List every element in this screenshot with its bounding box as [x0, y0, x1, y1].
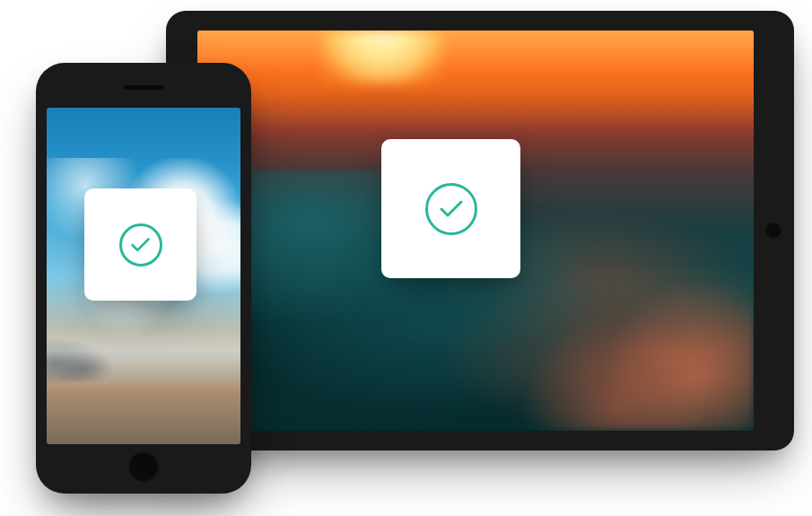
checkmark-icon	[130, 237, 151, 253]
phone-speaker	[124, 85, 164, 90]
tablet-image-glow	[197, 31, 754, 138]
phone-success-badge	[84, 188, 196, 301]
tablet-image-sun	[319, 31, 445, 84]
checkmark-icon	[439, 199, 464, 219]
phone-home-button[interactable]	[128, 451, 159, 482]
tablet-home-button[interactable]	[765, 223, 781, 239]
phone-image-beach	[47, 327, 240, 444]
checkmark-circle-icon	[119, 223, 162, 267]
tablet-success-badge	[381, 139, 520, 278]
checkmark-circle-icon	[425, 183, 477, 235]
